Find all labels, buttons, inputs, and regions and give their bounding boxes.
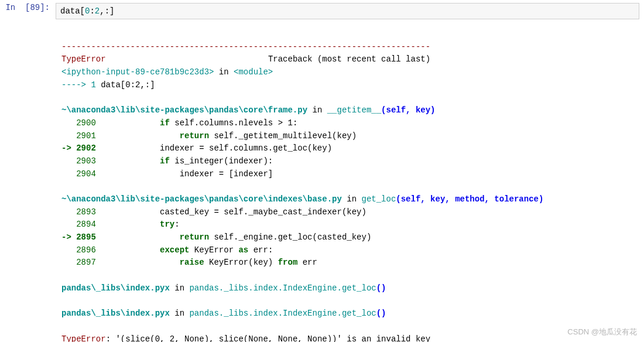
module-word: <module> [234, 67, 273, 77]
input-cell: In [89]: data[0:2,:] [0, 0, 644, 22]
pyx-path-2: pandas\_libs\index.pyx [61, 309, 170, 318]
watermark: CSDN @地瓜没有花 [567, 327, 637, 337]
frame1-path: ~\anaconda3\lib\site-packages\pandas\cor… [61, 105, 307, 115]
in-prompt: In [89]: [0, 3, 56, 12]
frame2-func: get_loc [362, 194, 396, 204]
dash-line: ----------------------------------------… [61, 42, 430, 52]
frame2-path: ~\anaconda3\lib\site-packages\pandas\cor… [61, 194, 342, 204]
ipython-input: <ipython-input-89-ce781b9c23d3> [61, 67, 214, 77]
error-name: TypeError [61, 54, 106, 64]
code-input[interactable]: data[0:2,:] [56, 3, 639, 19]
traceback-label: Traceback (most recent call last) [268, 54, 430, 64]
code-text: data[0:2,:] [60, 6, 114, 16]
frame1-func: __getitem__ [327, 105, 381, 115]
output-area: ----------------------------------------… [56, 22, 644, 342]
final-msg: : '(slice(0, 2, None), slice(None, None,… [106, 334, 431, 343]
final-error: TypeError [61, 334, 106, 343]
pyx-path-1: pandas\_libs\index.pyx [61, 283, 170, 293]
